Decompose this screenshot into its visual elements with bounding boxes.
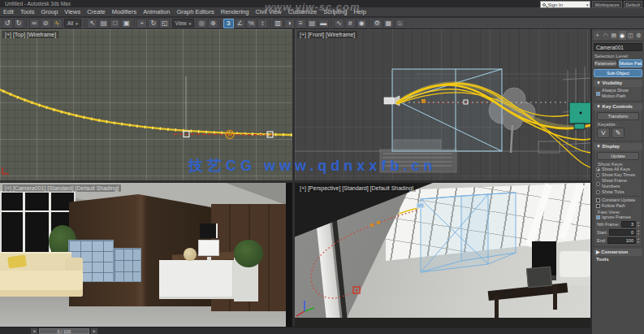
- mirror-icon[interactable]: ◑: [284, 19, 295, 28]
- radio[interactable]: [596, 190, 600, 194]
- layer-manager-icon[interactable]: ▤: [307, 19, 318, 28]
- curve-editor-icon[interactable]: ∿: [334, 19, 344, 28]
- key-select-icon[interactable]: V: [597, 128, 610, 138]
- viewport-perspective-label[interactable]: [+] [Perspective] [Standard] [Default Sh…: [297, 184, 416, 192]
- update-button[interactable]: Update: [597, 152, 639, 160]
- end-value[interactable]: 100: [607, 237, 636, 244]
- menu-item-tools[interactable]: Tools: [17, 7, 38, 17]
- select-manipulate-icon[interactable]: ⊕: [208, 19, 218, 28]
- toolbar-separator: [270, 19, 270, 28]
- material-editor-icon[interactable]: ◉: [357, 19, 367, 28]
- nth-frame-value[interactable]: 3: [621, 221, 636, 228]
- option-label: Follow Path: [602, 203, 625, 209]
- menu-item-group[interactable]: Group: [37, 7, 61, 17]
- ribbon-toggle-icon[interactable]: ▬: [318, 19, 329, 28]
- radio-show-all-keys[interactable]: Show All Keys: [595, 167, 641, 172]
- spinner-icon[interactable]: ▴▾: [638, 229, 639, 236]
- start-value[interactable]: 0: [609, 229, 636, 236]
- object-name-field[interactable]: Camera001: [594, 43, 642, 51]
- wall-tv: [200, 223, 218, 238]
- check[interactable]: [596, 204, 600, 208]
- checkbox[interactable]: [596, 92, 600, 96]
- radio-show-frame-numbers[interactable]: Show Frame Numbers: [595, 178, 641, 189]
- named-selection-sets-icon[interactable]: ▥: [273, 19, 283, 28]
- rendered-frame-icon[interactable]: ▦: [383, 19, 394, 28]
- key-draw-icon[interactable]: ✎: [612, 128, 625, 138]
- spinner-snap-icon[interactable]: ↕: [257, 19, 268, 28]
- command-panel: +◠▤◉◫⚙ Camera001 Selection Level: Parame…: [590, 29, 644, 334]
- tab-utilities[interactable]: ⚙: [635, 31, 642, 40]
- percent-snap-icon[interactable]: %: [246, 19, 257, 28]
- render-setup-icon[interactable]: ⚙: [372, 19, 383, 28]
- spinner-icon[interactable]: ▴▾: [638, 221, 639, 228]
- search-input[interactable]: Sign In ▾: [540, 1, 590, 8]
- checkbox[interactable]: [596, 215, 600, 219]
- unlink-selection-icon[interactable]: ⊘: [41, 19, 51, 28]
- viewport-front-label[interactable]: [+] [Front] [Wireframe]: [297, 31, 357, 38]
- camera-trajectory-overlay: [295, 183, 590, 327]
- track-bar[interactable]: ◂ 0 / 100 ▸: [0, 327, 590, 334]
- workspaces-button[interactable]: Workspaces: [592, 1, 621, 8]
- render-production-icon[interactable]: ♨: [395, 19, 405, 28]
- viewport-top-label[interactable]: [+] [Top] [Wireframe]: [2, 31, 58, 38]
- radio-show-ticks[interactable]: Show Ticks: [595, 189, 641, 195]
- select-by-name-icon[interactable]: ▤: [98, 19, 109, 28]
- undo-icon[interactable]: ↺: [2, 19, 13, 28]
- visibility-option[interactable]: Always Show Motion Path: [595, 88, 641, 99]
- radio-show-key-times[interactable]: Show Key Times: [595, 172, 641, 178]
- rollout-display[interactable]: ▼ Display: [594, 143, 642, 150]
- select-rotate-icon[interactable]: ↻: [148, 19, 158, 28]
- key-icon-buttons: V✎: [595, 127, 641, 139]
- check-constant-update[interactable]: Constant Update: [595, 197, 641, 203]
- use-pivot-icon[interactable]: ◎: [197, 19, 207, 28]
- radio[interactable]: [596, 182, 600, 186]
- rollout-key-controls[interactable]: ▼ Key Controls: [594, 103, 642, 111]
- tab-display[interactable]: ◫: [627, 31, 634, 40]
- motion-paths-button[interactable]: Motion Paths: [619, 59, 642, 67]
- rectangular-selection-icon[interactable]: □: [110, 19, 120, 28]
- workspace-default-button[interactable]: Default: [624, 1, 642, 8]
- tab-hierarchy[interactable]: ▤: [610, 31, 617, 40]
- bind-spacewarp-icon[interactable]: ϟ: [52, 19, 63, 28]
- select-scale-icon[interactable]: ◱: [159, 19, 170, 28]
- previous-frame-button[interactable]: ◂: [31, 328, 37, 334]
- radio[interactable]: [596, 173, 600, 177]
- angle-snap-icon[interactable]: ∠: [235, 19, 245, 28]
- check[interactable]: [596, 198, 600, 202]
- viewport-camera-label[interactable]: [+] [Camera001] [Standard] [Default Shad…: [2, 184, 121, 192]
- tab-create[interactable]: +: [594, 31, 601, 40]
- ignore-frames-option[interactable]: Ignore Frames: [595, 215, 641, 220]
- next-frame-button[interactable]: ▸: [91, 328, 97, 334]
- command-panel-tabs: +◠▤◉◫⚙: [592, 29, 644, 41]
- menu-item-views[interactable]: Views: [61, 7, 84, 17]
- window-crossing-icon[interactable]: ▣: [121, 19, 132, 28]
- rollout-visibility[interactable]: ▼ Visibility: [594, 80, 642, 87]
- menu-item-animation[interactable]: Animation: [140, 7, 173, 17]
- radio[interactable]: [596, 167, 600, 171]
- redo-icon[interactable]: ↻: [14, 19, 24, 28]
- viewport-perspective[interactable]: [+] [Perspective] [Standard] [Default Sh…: [295, 183, 590, 327]
- menu-item-graph-editors[interactable]: Graph Editors: [174, 7, 218, 17]
- time-slider[interactable]: 0 / 100: [39, 328, 89, 334]
- parameters-button[interactable]: Parameters: [594, 59, 617, 67]
- select-move-icon[interactable]: +: [136, 19, 147, 28]
- check-follow-path[interactable]: Follow Path: [595, 203, 641, 209]
- schematic-view-icon[interactable]: #: [345, 19, 356, 28]
- tab-motion[interactable]: ◉: [619, 31, 626, 40]
- selection-filter-dropdown[interactable]: All▾: [64, 19, 81, 28]
- rollout-conversion-tools[interactable]: ▶ Conversion Tools: [594, 249, 642, 256]
- menu-item-create[interactable]: Create: [84, 7, 109, 17]
- select-link-icon[interactable]: ∞: [29, 19, 40, 28]
- menu-item-modifiers[interactable]: Modifiers: [109, 7, 140, 17]
- snaps-toggle-icon[interactable]: 3: [223, 19, 234, 28]
- transform-button[interactable]: Transform: [597, 112, 639, 120]
- menu-item-edit[interactable]: Edit: [0, 7, 17, 17]
- align-icon[interactable]: ≡: [296, 19, 306, 28]
- spinner-icon[interactable]: ▴▾: [638, 237, 639, 244]
- tab-modify[interactable]: ◠: [602, 31, 609, 40]
- select-object-icon[interactable]: ↖: [87, 19, 97, 28]
- sub-object-button[interactable]: Sub-Object: [594, 69, 642, 77]
- reference-coordinate-dropdown[interactable]: View▾: [172, 19, 195, 28]
- viewport-camera[interactable]: [+] [Camera001] [Standard] [Default Shad…: [0, 183, 292, 327]
- menu-item-rendering[interactable]: Rendering: [218, 7, 253, 17]
